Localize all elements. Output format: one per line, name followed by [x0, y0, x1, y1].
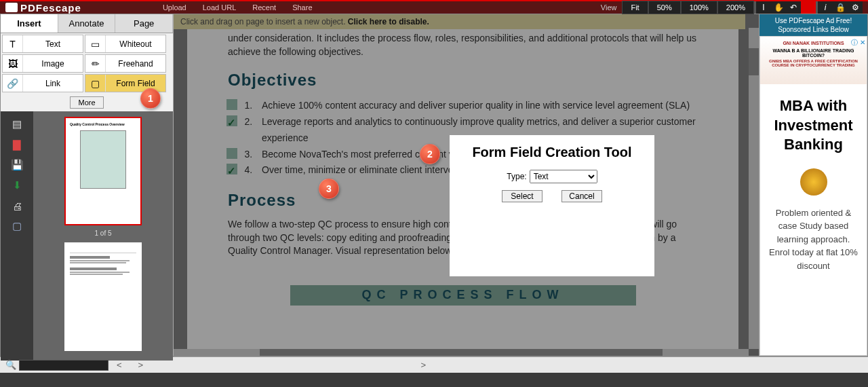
hand-icon[interactable]: ✋ [771, 1, 786, 14]
tool-freehand[interactable]: ✏Freehand [85, 54, 166, 73]
main-area: Insert Annotate Page TText ▭Whiteout 🖼Im… [0, 14, 868, 356]
logo-text: PDFescape [20, 2, 81, 14]
view-bar: View Fit 50% 100% 200% I ✋ ↶ i 🔒 ⚙ [595, 1, 863, 14]
pencil-icon: ✏ [85, 55, 106, 72]
top-bar: PDFescape Upload Load URL Recent Share V… [0, 0, 868, 14]
lock-icon[interactable]: 🔒 [833, 1, 848, 14]
thumbnail-page-2[interactable] [64, 242, 142, 351]
page-next[interactable]: > [412, 360, 434, 370]
tool-tabs: Insert Annotate Page [1, 14, 173, 33]
download-icon[interactable]: ⬇ [11, 179, 23, 191]
menu-recent[interactable]: Recent [252, 3, 276, 12]
logo: PDFescape [5, 2, 81, 14]
menu-load-url[interactable]: Load URL [203, 3, 237, 12]
ad-header[interactable]: Use PDFescape Ad Free! Sponsored Links B… [760, 14, 867, 36]
ad-header-line2: Sponsored Links Below [762, 25, 865, 34]
zoom-100[interactable]: 100% [681, 1, 717, 14]
view-label: View [595, 3, 623, 12]
gear-icon[interactable]: ⚙ [848, 1, 863, 14]
tab-page[interactable]: Page [115, 14, 173, 33]
link-icon: 🔗 [3, 75, 23, 92]
tool-text-label: Text [23, 39, 83, 49]
ad-body: MBA with Investment Banking Problem orie… [760, 84, 867, 278]
menu-share[interactable]: Share [292, 3, 312, 12]
tool-text[interactable]: TText [2, 35, 83, 53]
text-cursor-icon[interactable]: I [756, 1, 771, 14]
cancel-button[interactable]: Cancel [561, 190, 602, 202]
search-icon[interactable]: 🔍 [5, 360, 16, 370]
thumbnail-area: ▤ ▇ 💾 ⬇ 🖨 ▢ Quality Control Process Over… [1, 111, 173, 361]
annotation-marker-2: 2 [420, 144, 440, 164]
whiteout-icon: ▭ [85, 35, 106, 52]
tab-insert[interactable]: Insert [1, 14, 58, 33]
document-area: Click and drag on page to insert a new o… [174, 14, 759, 356]
ad-headline: MBA with Investment Banking [766, 96, 861, 155]
tool-link[interactable]: 🔗Link [2, 74, 83, 92]
ad-header-line1: Use PDFescape Ad Free! [762, 16, 865, 25]
tool-whiteout[interactable]: ▭Whiteout [85, 35, 166, 53]
more-button[interactable]: More [70, 96, 104, 109]
type-select[interactable]: Text [530, 170, 597, 183]
thumbnails[interactable]: Quality Control Process Overview 1 of 5 [33, 111, 173, 361]
search-next[interactable]: > [130, 360, 152, 370]
undo-icon[interactable]: ↶ [786, 1, 801, 14]
search-box: 🔍 [5, 360, 108, 371]
ad-close-icon[interactable]: ⓘ ✕ [851, 38, 865, 48]
annotation-marker-3: 3 [319, 179, 339, 199]
thumbnail-page-1[interactable]: Quality Control Process Overview [64, 117, 142, 225]
text-icon: T [3, 35, 23, 52]
form-field-modal: Form Field Creation Tool Type: Text Sele… [450, 135, 654, 276]
tool-grid: TText ▭Whiteout 🖼Image ✏Freehand 🔗Link ▢… [1, 33, 173, 94]
menu-upload[interactable]: Upload [163, 3, 186, 12]
search-input[interactable] [19, 360, 108, 371]
ad-top-text2: GNIBS MBA OFFERS A FREE CERTIFICATION CO… [763, 59, 864, 67]
info-icon[interactable]: i [818, 1, 833, 14]
save-icon[interactable] [801, 1, 816, 14]
pages-icon[interactable]: ▤ [11, 118, 23, 130]
ad-top-text1: WANNA B A BILLIONAIRE TRADING BITCOIN? [763, 48, 864, 58]
modal-type-row: Type: Text [459, 170, 645, 183]
window-icon[interactable]: ▢ [11, 220, 23, 232]
save-disk-icon[interactable]: 💾 [11, 159, 23, 171]
tool-formfield-label: Form Field [106, 79, 165, 88]
zoom-50[interactable]: 50% [648, 1, 681, 14]
select-button[interactable]: Select [502, 190, 542, 202]
thumbnail-preview [80, 130, 127, 189]
modal-buttons: Select Cancel [459, 190, 645, 202]
top-menu: Upload Load URL Recent Share [163, 3, 313, 12]
tool-freehand-label: Freehand [106, 59, 165, 69]
ad-body-text: Problem oriented & case Study based lear… [766, 206, 861, 273]
ad-sidebar: Use PDFescape Ad Free! Sponsored Links B… [759, 14, 867, 356]
thumbnail-caption: 1 of 5 [39, 229, 167, 237]
side-icons: ▤ ▇ 💾 ⬇ 🖨 ▢ [1, 111, 33, 361]
tool-link-label: Link [23, 79, 83, 88]
type-label: Type: [507, 172, 526, 181]
ad-block[interactable]: ⓘ ✕ GNi NANAK INSTITUTIONS WANNA B A BIL… [760, 36, 867, 356]
pdf-icon [5, 3, 18, 12]
formfield-icon: ▢ [85, 75, 106, 92]
tool-whiteout-label: Whiteout [106, 39, 165, 49]
print-icon[interactable]: 🖨 [11, 200, 23, 212]
pdf-red-icon[interactable]: ▇ [11, 139, 23, 151]
tab-annotate[interactable]: Annotate [58, 14, 116, 33]
annotation-marker-1: 1 [140, 88, 161, 109]
modal-title: Form Field Creation Tool [459, 145, 645, 160]
zoom-200[interactable]: 200% [717, 1, 754, 14]
tool-image[interactable]: 🖼Image [2, 54, 83, 73]
zoom-fit[interactable]: Fit [622, 1, 648, 14]
search-prev[interactable]: < [108, 360, 130, 370]
seal-icon [800, 168, 827, 196]
image-icon: 🖼 [3, 55, 23, 72]
left-panel: Insert Annotate Page TText ▭Whiteout 🖼Im… [1, 14, 174, 356]
tool-image-label: Image [23, 59, 83, 69]
ad-banner-top: ⓘ ✕ GNi NANAK INSTITUTIONS WANNA B A BIL… [760, 37, 867, 84]
